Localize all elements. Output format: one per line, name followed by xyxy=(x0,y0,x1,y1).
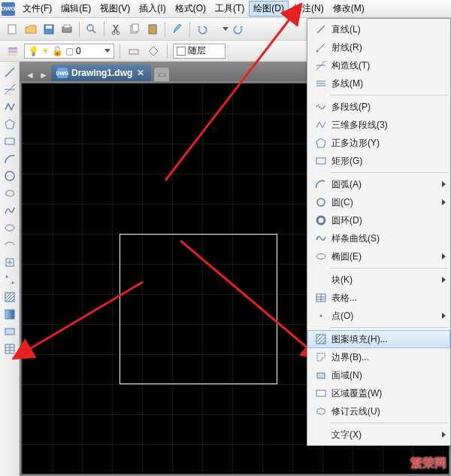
boundary-icon xyxy=(312,350,330,364)
menu-item-xline[interactable]: 构造线(T) xyxy=(307,56,450,74)
wipeout-icon xyxy=(312,387,330,400)
menu-item-rect[interactable]: 矩形(G) xyxy=(307,152,450,170)
layer-combo[interactable]: 💡 ☀ 🔓 ▢ 0 xyxy=(24,44,114,59)
menu-item-arc[interactable]: 圆弧(A) xyxy=(307,175,450,193)
chevron-right-icon xyxy=(442,432,446,438)
menu-label: 射线(R) xyxy=(331,41,446,54)
menu-item-table[interactable]: 表格... xyxy=(307,289,450,307)
svg-point-51 xyxy=(316,254,325,259)
revcloud-tool[interactable] xyxy=(2,186,17,201)
menu-item-ray[interactable]: 射线(R) xyxy=(307,38,450,56)
new-tab[interactable]: ▭ xyxy=(154,68,169,81)
menu-label: 区域覆盖(W) xyxy=(331,387,446,400)
chevron-right-icon xyxy=(442,277,446,283)
menu-item-region[interactable]: 面域(N) xyxy=(307,366,450,384)
menu-item-line[interactable]: 直线(L) xyxy=(307,20,450,38)
menu-label: 多段线(P) xyxy=(331,101,446,114)
line-tool[interactable] xyxy=(2,65,17,80)
chevron-right-icon xyxy=(442,313,446,319)
polygon-tool[interactable] xyxy=(2,117,17,132)
ellipse-arc-tool[interactable] xyxy=(2,238,17,253)
new-file-button[interactable] xyxy=(5,21,21,38)
menu-label: 修订云线(U) xyxy=(331,405,446,418)
document-tab[interactable]: DWG Drawing1.dwg ✕ xyxy=(51,65,151,81)
svg-rect-35 xyxy=(5,329,14,335)
menu-item-wipeout[interactable]: 区域覆盖(W) xyxy=(307,384,450,402)
menu-1[interactable]: 编辑(E) xyxy=(56,1,95,17)
rect-tool[interactable] xyxy=(2,134,17,149)
insert-block-tool[interactable] xyxy=(2,255,17,270)
menu-label: 圆环(D) xyxy=(331,214,446,227)
menu-item-point[interactable]: 点(O) xyxy=(307,307,450,325)
menu-item-text[interactable]: 文字(X) xyxy=(307,426,450,444)
undo-dropdown[interactable] xyxy=(212,21,229,38)
menu-item-hatch[interactable]: 图案填充(H)... xyxy=(307,330,450,348)
undo-button[interactable] xyxy=(194,21,210,38)
print-button[interactable] xyxy=(59,21,75,38)
region-tool[interactable] xyxy=(2,324,17,339)
save-button[interactable] xyxy=(41,21,57,38)
layer-manager-button[interactable] xyxy=(5,43,21,59)
menu-item-donut[interactable]: 圆环(D) xyxy=(307,211,450,229)
svg-point-50 xyxy=(317,217,325,224)
menu-label: 矩形(G) xyxy=(331,155,446,168)
menu-5[interactable]: 工具(T) xyxy=(210,1,249,17)
point-icon xyxy=(312,309,330,323)
menu-item-spline[interactable]: 样条曲线(S) xyxy=(307,229,450,247)
open-button[interactable] xyxy=(23,21,39,38)
menu-label: 圆(C) xyxy=(331,196,440,209)
cut-button[interactable] xyxy=(108,21,125,38)
menu-item-ellipse[interactable]: 椭圆(E) xyxy=(307,247,450,265)
menu-item-pline[interactable]: 多段线(P) xyxy=(307,98,450,116)
menu-item-revcloud[interactable]: 修订云线(U) xyxy=(307,402,450,420)
svg-line-60 xyxy=(319,337,325,344)
color-combo[interactable]: 随层 xyxy=(173,44,226,59)
menu-3[interactable]: 插入(I) xyxy=(135,1,170,17)
find-button[interactable] xyxy=(83,21,100,38)
svg-rect-12 xyxy=(150,24,155,26)
menu-item-circle[interactable]: 圆(C) xyxy=(307,193,450,211)
ellipse-tool[interactable] xyxy=(2,220,17,235)
menu-6[interactable]: 绘图(D) xyxy=(249,1,289,17)
tab-prev[interactable]: ◄ xyxy=(24,69,36,81)
table-tool[interactable] xyxy=(2,341,17,356)
hatch-tool[interactable] xyxy=(2,290,17,305)
layer-button-2[interactable] xyxy=(145,43,162,59)
menu-7[interactable]: 标注(N) xyxy=(289,1,328,17)
close-icon[interactable]: ✕ xyxy=(136,68,145,77)
hatch-icon xyxy=(312,332,330,346)
menu-4[interactable]: 格式(O) xyxy=(171,1,210,17)
menu-item-mline[interactable]: 多线(M) xyxy=(307,74,450,92)
layer-button-1[interactable] xyxy=(126,43,142,59)
menu-0[interactable]: 文件(F) xyxy=(18,1,56,17)
circle-tool[interactable] xyxy=(2,168,17,183)
menu-8[interactable]: 修改(M) xyxy=(328,1,369,17)
menu-item-block[interactable]: 块(K) xyxy=(307,271,450,289)
menu-item-3dpoly[interactable]: 三维多段线(3) xyxy=(307,116,450,134)
point-tool[interactable] xyxy=(2,272,17,287)
redo-button[interactable] xyxy=(230,21,247,38)
svg-line-61 xyxy=(322,341,325,344)
spline-tool[interactable] xyxy=(2,203,17,218)
brush-button[interactable] xyxy=(169,21,186,38)
arc-tool[interactable] xyxy=(2,151,17,166)
menu-label: 文字(X) xyxy=(331,429,440,441)
svg-line-29 xyxy=(5,293,8,296)
copy-button[interactable] xyxy=(126,21,143,38)
tab-next[interactable]: ► xyxy=(38,69,50,81)
menu-label: 边界(B)... xyxy=(331,351,446,364)
menu-label: 表格... xyxy=(331,292,446,305)
svg-rect-15 xyxy=(8,53,17,56)
xline-tool[interactable] xyxy=(2,82,17,97)
menu-label: 构造线(T) xyxy=(331,59,446,72)
chevron-right-icon xyxy=(442,253,446,259)
menu-label: 直线(L) xyxy=(331,23,446,36)
pline-tool[interactable] xyxy=(2,99,17,114)
circle-icon xyxy=(312,196,330,209)
paste-button[interactable] xyxy=(144,21,161,38)
menu-item-boundary[interactable]: 边界(B)... xyxy=(307,348,450,366)
menu-item-polygon[interactable]: 正多边形(Y) xyxy=(307,134,450,152)
menu-2[interactable]: 视图(V) xyxy=(95,1,135,17)
rectangle-shape[interactable] xyxy=(120,234,277,384)
gradient-tool[interactable] xyxy=(2,307,17,322)
